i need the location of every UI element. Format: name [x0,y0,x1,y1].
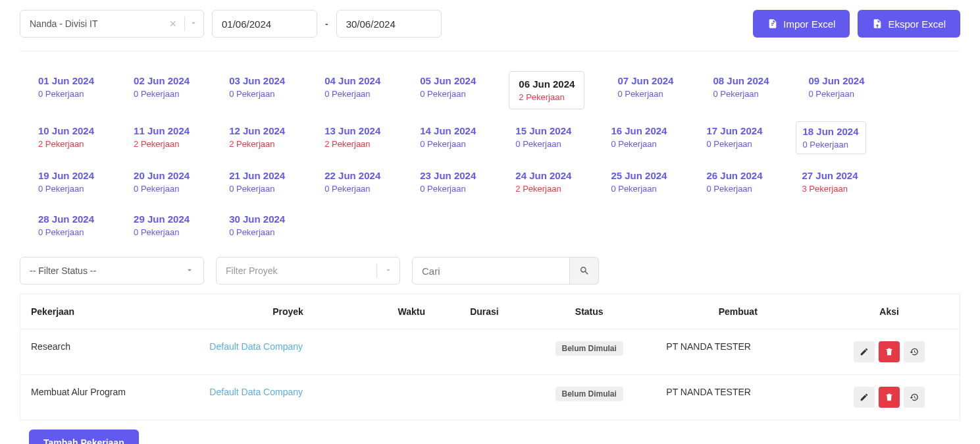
pencil-icon [860,393,869,402]
calendar-count-label: 0 Pekerjaan [38,227,94,237]
calendar-count-label: 0 Pekerjaan [134,184,190,194]
date-from-input[interactable] [212,10,317,38]
calendar-count-label: 0 Pekerjaan [134,227,190,237]
calendar-date-label: 19 Jun 2024 [38,170,94,181]
calendar-count-label: 0 Pekerjaan [38,184,94,194]
calendar-day[interactable]: 01 Jun 20240 Pekerjaan [32,71,101,109]
calendar-day[interactable]: 02 Jun 20240 Pekerjaan [127,71,196,109]
calendar-day[interactable]: 29 Jun 20240 Pekerjaan [127,209,196,241]
calendar-date-label: 03 Jun 2024 [229,75,285,86]
import-excel-button[interactable]: Impor Excel [753,10,850,38]
edit-button[interactable] [854,341,875,362]
creator-cell: PT NANDA TESTER [657,375,819,420]
calendar-date-label: 27 Jun 2024 [802,170,858,181]
actions-cell [819,329,960,375]
user-select[interactable]: Nanda - Divisi IT × [20,10,204,38]
calendar-date-label: 10 Jun 2024 [38,125,94,136]
calendar-day[interactable]: 26 Jun 20240 Pekerjaan [700,166,769,198]
import-excel-label: Impor Excel [783,18,835,30]
calendar-day[interactable]: 15 Jun 20240 Pekerjaan [509,121,578,154]
file-import-icon [767,18,778,29]
calendar-date-label: 16 Jun 2024 [611,125,667,136]
task-table: PekerjaanProyekWaktuDurasiStatusPembuatA… [20,294,960,420]
project-link-cell[interactable]: Default Data Company [200,329,375,375]
calendar-count-label: 0 Pekerjaan [420,89,476,99]
calendar-date-label: 02 Jun 2024 [134,75,190,86]
calendar-day[interactable]: 07 Jun 20240 Pekerjaan [611,71,680,109]
add-task-button[interactable]: Tambah Pekerjaan [29,430,139,444]
calendar-day[interactable]: 08 Jun 20240 Pekerjaan [706,71,775,109]
calendar-day[interactable]: 14 Jun 20240 Pekerjaan [413,121,482,154]
calendar-day[interactable]: 23 Jun 20240 Pekerjaan [413,166,482,198]
calendar-day[interactable]: 03 Jun 20240 Pekerjaan [222,71,292,109]
calendar-day[interactable]: 21 Jun 20240 Pekerjaan [222,166,292,198]
export-excel-button[interactable]: Ekspor Excel [858,10,960,38]
calendar-day[interactable]: 12 Jun 20242 Pekerjaan [222,121,292,154]
table-row: Membuat Alur ProgramDefault Data Company… [20,375,960,420]
calendar-count-label: 3 Pekerjaan [802,184,858,194]
calendar-date-label: 08 Jun 2024 [713,75,769,86]
calendar-day[interactable]: 05 Jun 20240 Pekerjaan [413,71,482,109]
calendar-date-label: 14 Jun 2024 [420,125,476,136]
calendar-count-label: 0 Pekerjaan [713,89,769,99]
calendar-day[interactable]: 25 Jun 20240 Pekerjaan [604,166,673,198]
clear-icon[interactable]: × [165,17,180,31]
status-badge: Belum Dimulai [555,387,623,401]
status-filter-value: -- Filter Status -- [30,265,96,276]
search-button[interactable] [570,257,599,285]
calendar-day[interactable]: 18 Jun 20240 Pekerjaan [796,121,866,154]
calendar-day[interactable]: 09 Jun 20240 Pekerjaan [802,71,871,109]
history-button[interactable] [904,341,925,362]
calendar-day[interactable]: 10 Jun 20242 Pekerjaan [32,121,101,154]
calendar-day[interactable]: 27 Jun 20243 Pekerjaan [796,166,865,198]
calendar-day[interactable]: 24 Jun 20242 Pekerjaan [509,166,578,198]
status-badge: Belum Dimulai [555,341,623,356]
delete-button[interactable] [879,341,900,362]
calendar-day[interactable]: 04 Jun 20240 Pekerjaan [318,71,387,109]
date-to-input[interactable] [336,10,442,38]
status-filter-select[interactable]: -- Filter Status -- [20,257,204,285]
task-name-cell: Research [20,329,201,375]
history-icon [910,347,919,356]
calendar-day[interactable]: 17 Jun 20240 Pekerjaan [700,121,769,154]
table-header: Proyek [200,294,375,329]
pencil-icon [860,347,869,356]
calendar-count-label: 0 Pekerjaan [38,89,94,99]
calendar-day[interactable]: 30 Jun 20240 Pekerjaan [222,209,292,241]
calendar-count-label: 0 Pekerjaan [134,89,190,99]
calendar-day[interactable]: 22 Jun 20240 Pekerjaan [318,166,387,198]
calendar-day[interactable]: 06 Jun 20242 Pekerjaan [509,71,584,109]
task-name-cell: Membuat Alur Program [20,375,201,420]
calendar-date-label: 01 Jun 2024 [38,75,94,86]
project-link-cell[interactable]: Default Data Company [200,375,375,420]
calendar-count-label: 2 Pekerjaan [519,92,575,102]
calendar-day[interactable]: 20 Jun 20240 Pekerjaan [127,166,196,198]
calendar-count-label: 0 Pekerjaan [803,140,859,150]
history-button[interactable] [904,387,925,408]
project-filter-select[interactable]: Filter Proyek [216,257,400,285]
calendar-date-label: 26 Jun 2024 [706,170,762,181]
calendar-day[interactable]: 19 Jun 20240 Pekerjaan [32,166,101,198]
delete-button[interactable] [879,387,900,408]
search-input[interactable] [412,257,570,285]
calendar-count-label: 0 Pekerjaan [229,227,285,237]
edit-button[interactable] [854,387,875,408]
chevron-down-icon[interactable] [189,18,198,30]
calendar-date-label: 21 Jun 2024 [229,170,285,181]
file-export-icon [872,18,883,29]
calendar-day[interactable]: 28 Jun 20240 Pekerjaan [32,209,101,241]
calendar-day[interactable]: 11 Jun 20242 Pekerjaan [127,121,196,154]
trash-icon [885,347,894,356]
project-filter-placeholder: Filter Proyek [226,265,370,276]
calendar-count-label: 2 Pekerjaan [515,184,571,194]
calendar-day[interactable]: 13 Jun 20242 Pekerjaan [318,121,387,154]
calendar-day[interactable]: 16 Jun 20240 Pekerjaan [604,121,673,154]
duration-cell [448,375,521,420]
time-cell [376,375,448,420]
calendar-count-label: 0 Pekerjaan [229,89,285,99]
calendar-count-label: 0 Pekerjaan [324,184,380,194]
calendar-count-label: 0 Pekerjaan [515,139,571,149]
chevron-down-icon [185,265,194,277]
calendar-count-label: 0 Pekerjaan [611,184,667,194]
calendar-date-label: 05 Jun 2024 [420,75,476,86]
